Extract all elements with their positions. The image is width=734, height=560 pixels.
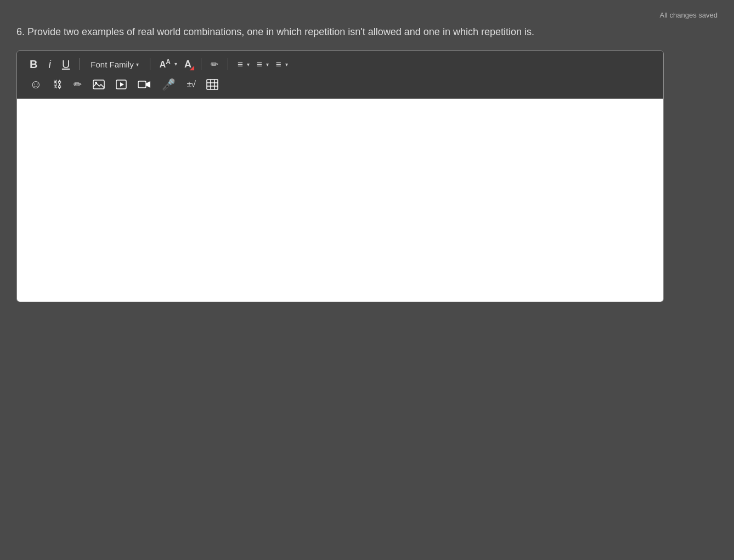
video-camera-icon xyxy=(138,80,151,89)
font-size-label: AA xyxy=(160,59,171,69)
font-size-group: AA ▾ xyxy=(156,56,177,71)
emoji-button[interactable]: ☺ xyxy=(26,76,46,93)
question-number: 6. xyxy=(16,26,25,37)
video-camera-button[interactable] xyxy=(134,77,155,92)
video-play-button[interactable] xyxy=(112,77,131,92)
list-bullet-button[interactable]: ≡ xyxy=(272,58,285,71)
separator-4 xyxy=(228,58,228,70)
image-button[interactable] xyxy=(89,77,109,92)
align-button[interactable]: ≡ xyxy=(234,58,247,71)
list-numbered-group: ≡ ▾ xyxy=(253,58,269,71)
pen-highlight-button[interactable]: ✏ xyxy=(207,58,222,71)
font-color-label: A◢ xyxy=(184,59,191,69)
svg-marker-3 xyxy=(120,82,124,87)
separator-1 xyxy=(79,58,80,70)
font-color-button[interactable]: A◢ xyxy=(180,57,195,71)
microphone-button[interactable]: 🎤 xyxy=(158,77,179,92)
table-icon xyxy=(206,79,218,90)
list-numbered-button[interactable]: ≡ xyxy=(253,58,266,71)
underline-button[interactable]: U xyxy=(58,56,74,72)
list-bullet-arrow-icon[interactable]: ▾ xyxy=(285,61,288,67)
image-icon xyxy=(93,80,105,89)
font-family-dropdown[interactable]: Font Family ▾ xyxy=(85,58,144,71)
toolbar-row-1: B i U Font Family ▾ AA ▾ A◢ ✏ xyxy=(26,56,654,72)
pencil-button[interactable]: ✏ xyxy=(70,77,86,92)
align-arrow-icon[interactable]: ▾ xyxy=(247,61,250,67)
status-text: All changes saved xyxy=(16,11,718,19)
video-play-icon xyxy=(116,80,127,89)
font-family-arrow-icon: ▾ xyxy=(136,61,139,67)
bold-button[interactable]: B xyxy=(26,56,41,72)
editor-toolbar: B i U Font Family ▾ AA ▾ A◢ ✏ xyxy=(17,51,663,99)
list-numbered-arrow-icon[interactable]: ▾ xyxy=(266,61,269,67)
separator-3 xyxy=(201,58,201,70)
svg-rect-4 xyxy=(138,81,146,88)
italic-button[interactable]: i xyxy=(44,56,54,72)
table-button[interactable] xyxy=(202,77,222,92)
list-bullet-group: ≡ ▾ xyxy=(272,58,288,71)
align-group: ≡ ▾ xyxy=(234,58,250,71)
toolbar-row-2: ☺ ⛓ ✏ 🎤 xyxy=(26,76,654,93)
formula-button[interactable]: ±√ xyxy=(183,78,199,91)
question-text: 6. Provide two examples of real world co… xyxy=(16,25,718,39)
rich-text-editor: B i U Font Family ▾ AA ▾ A◢ ✏ xyxy=(16,50,664,302)
question-body: Provide two examples of real world combi… xyxy=(27,26,534,37)
font-family-label: Font Family xyxy=(91,60,133,69)
separator-2 xyxy=(150,58,150,70)
editor-content-area[interactable] xyxy=(17,99,663,302)
font-size-button[interactable]: AA xyxy=(156,56,174,71)
font-size-arrow-icon[interactable]: ▾ xyxy=(174,61,177,67)
svg-marker-5 xyxy=(146,81,150,88)
svg-rect-6 xyxy=(207,80,218,89)
link-button[interactable]: ⛓ xyxy=(49,77,66,92)
